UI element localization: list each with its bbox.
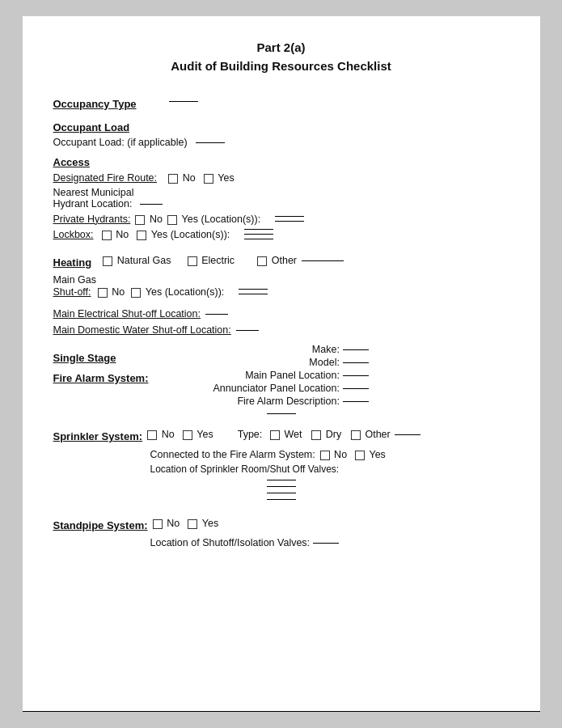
shutoff-blank2 [239, 294, 268, 294]
fire-alarm-line1: Single Stage [53, 352, 149, 364]
other-heating-checkbox[interactable] [257, 256, 267, 266]
sprinkler-dry-checkbox[interactable] [311, 430, 321, 440]
main-gas-labels: Main Gas Shut-off: No Yes (Location(s)): [53, 274, 268, 300]
private-hydrants-yes-checkbox[interactable] [167, 215, 177, 225]
sprinkler-no-checkbox[interactable] [147, 430, 157, 440]
main-gas-shutoff-section: Main Gas Shut-off: No Yes (Location(s)): [53, 274, 509, 300]
valve-blank-2 [267, 486, 296, 487]
connected-yes-checkbox[interactable] [355, 451, 365, 460]
shutoff-row: Shut-off: No Yes (Location(s)): [53, 286, 268, 298]
standpipe-heading: Standpipe System: [53, 519, 148, 531]
fire-alarm-main-blank [267, 413, 296, 414]
standpipe-row: Standpipe System: No Yes [53, 511, 509, 535]
hydrant-line1: Nearest Municipal Hydrant Location: [53, 187, 163, 210]
electrical-blank [205, 314, 228, 315]
standpipe-no-label: No [167, 518, 180, 529]
lockbox-no-checkbox[interactable] [102, 231, 112, 240]
sprinkler-wet-checkbox[interactable] [270, 430, 280, 440]
fire-route-no-checkbox[interactable] [168, 174, 178, 184]
description-blank [343, 401, 369, 402]
water-row: Main Domestic Water Shut-off Location: [53, 324, 509, 336]
water-label: Main Domestic Water Shut-off Location: [53, 324, 231, 336]
lockbox-blank3 [244, 239, 273, 239]
bottom-divider [23, 711, 540, 712]
standpipe-yes-label: Yes [202, 518, 218, 529]
sprinkler-wet-label: Wet [285, 429, 302, 440]
page-title: Part 2(a) Audit of Building Resources Ch… [53, 39, 509, 75]
heating-section: Heating Natural Gas Electric Other Main … [53, 248, 509, 300]
occupant-load-heading: Occupant Load [53, 121, 509, 133]
make-row: Make: [312, 344, 369, 355]
fire-route-row: Designated Fire Route: No Yes [53, 171, 509, 184]
valve-blanks [53, 480, 509, 500]
sprinkler-heading: Sprinkler System: [53, 430, 143, 442]
other-heating-blank [302, 260, 344, 261]
sprinkler-dry-label: Dry [326, 429, 341, 440]
description-label: Fire Alarm Description: [237, 396, 339, 407]
model-row: Model: [309, 357, 369, 368]
shutoff-no-checkbox[interactable] [98, 288, 108, 298]
sprinkler-type-label: Type: [238, 429, 263, 440]
sprinkler-yes-checkbox[interactable] [183, 430, 192, 440]
standpipe-yes-checkbox[interactable] [188, 519, 197, 529]
annunciator-label: Annunciator Panel Location: [213, 383, 340, 394]
shutoff-blank1 [239, 289, 268, 290]
main-panel-label: Main Panel Location: [245, 370, 340, 381]
electric-label: Electric [201, 255, 235, 266]
natural-gas-label: Natural Gas [117, 255, 171, 266]
annunciator-row: Annunciator Panel Location: [213, 383, 369, 394]
sprinkler-row: Sprinkler System: No Yes Type: Wet Dry [53, 422, 509, 446]
water-blank [236, 330, 259, 331]
fire-alarm-fields: Make: Model: Main Panel Location: Annunc… [213, 344, 369, 408]
fire-alarm-center-blank [53, 413, 509, 414]
main-panel-row: Main Panel Location: [245, 370, 369, 381]
standpipe-no-checkbox[interactable] [153, 519, 163, 529]
private-hydrants-label: Private Hydrants: [53, 214, 131, 225]
private-hydrants-blank1 [275, 216, 304, 217]
occupancy-type-label: Occupancy Type [53, 98, 137, 110]
sprinkler-no-label: No [162, 429, 175, 440]
standpipe-location-label: Location of Shutoff/Isolation Valves: [150, 537, 311, 548]
natural-gas-checkbox[interactable] [103, 256, 112, 266]
access-section: Access Designated Fire Route: No Yes Nea… [53, 156, 509, 240]
connected-no-label: No [334, 449, 347, 460]
lockbox-blank1 [244, 229, 273, 230]
private-hydrants-no-checkbox[interactable] [135, 215, 145, 225]
standpipe-section: Standpipe System: No Yes Location of Shu… [53, 511, 509, 548]
hydrant-blank [140, 204, 163, 205]
fire-alarm-heading: Single Stage Fire Alarm System: [53, 344, 149, 387]
occupancy-type-blank [169, 101, 198, 102]
connected-row: Connected to the Fire Alarm System: No Y… [150, 449, 509, 460]
fire-alarm-section: Single Stage Fire Alarm System: Make: Mo… [53, 344, 509, 414]
connected-yes-label: Yes [369, 449, 385, 460]
shutoff-yes-label: Yes (Location(s)): [146, 286, 225, 298]
heating-row: Heating Natural Gas Electric Other [53, 248, 509, 272]
electric-checkbox[interactable] [188, 256, 197, 266]
annunciator-blank [343, 388, 369, 389]
water-section: Main Domestic Water Shut-off Location: [53, 324, 509, 336]
connected-label: Connected to the Fire Alarm System: [150, 449, 315, 460]
sprinkler-location-label: Location of Sprinkler Room/Shut Off Valv… [150, 463, 509, 475]
make-blank [343, 349, 369, 350]
main-panel-blank [343, 375, 369, 376]
fire-route-label: Designated Fire Route: [53, 172, 158, 184]
lockbox-label: Lockbox: [53, 229, 94, 240]
model-blank [343, 362, 369, 363]
occupant-load-blank [196, 142, 225, 143]
electrical-section: Main Electrical Shut-off Location: [53, 308, 509, 320]
sprinkler-other-checkbox[interactable] [351, 430, 361, 440]
shutoff-yes-checkbox[interactable] [131, 288, 141, 298]
hydrant-location-row: Nearest Municipal Hydrant Location: [53, 187, 509, 210]
model-label: Model: [309, 357, 340, 368]
valve-blank-1 [267, 480, 296, 480]
lockbox-yes-checkbox[interactable] [137, 231, 146, 240]
electrical-row: Main Electrical Shut-off Location: [53, 308, 509, 320]
fire-route-yes-checkbox[interactable] [204, 174, 213, 184]
private-hydrants-row: Private Hydrants: No Yes (Location(s)): [53, 213, 509, 225]
make-label: Make: [312, 344, 340, 355]
valve-blank-4 [267, 499, 296, 500]
sprinkler-yes-label: Yes [196, 429, 213, 440]
private-hydrants-no-label: No [150, 214, 163, 225]
main-gas-line1: Main Gas [53, 274, 268, 286]
connected-no-checkbox[interactable] [320, 451, 330, 460]
